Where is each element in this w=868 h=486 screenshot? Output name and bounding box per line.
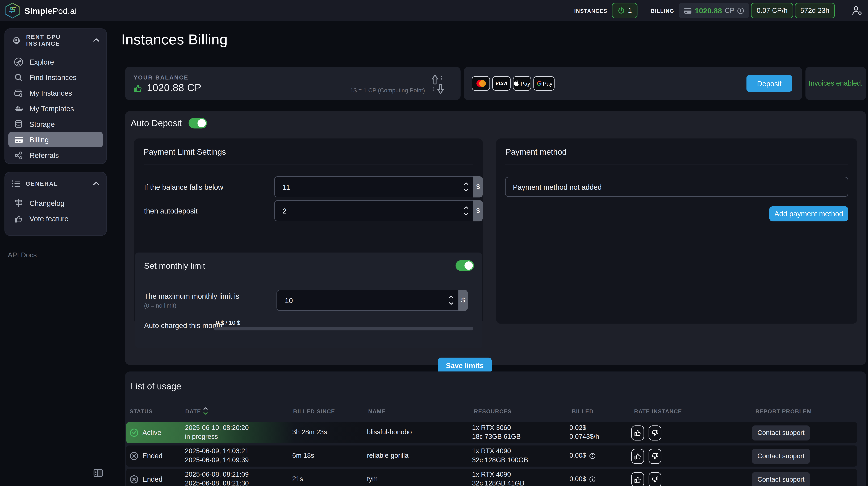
rate-up-button[interactable] <box>631 425 644 440</box>
auto-deposit-toggle[interactable] <box>188 118 207 128</box>
time-left-badge[interactable]: 572d 23h <box>795 3 835 19</box>
monthly-limit-toggle[interactable] <box>456 260 474 271</box>
deposit-button[interactable]: Deposit <box>746 75 792 92</box>
sidebar-item-storage[interactable]: Storage <box>8 116 103 132</box>
sidebar-item-billing[interactable]: Billing <box>8 132 103 148</box>
header-divider <box>843 4 843 17</box>
chevron-up-icon[interactable] <box>93 182 99 186</box>
instances-badge[interactable]: 1 <box>612 3 637 19</box>
balance-threshold-input[interactable] <box>274 176 473 197</box>
stepper-down-icon[interactable] <box>463 188 469 192</box>
stepper-up-icon[interactable] <box>463 182 469 186</box>
sidebar-collapse-icon[interactable] <box>93 469 103 477</box>
usage-row[interactable]: Ended 2025-06-09, 14:03:212025-06-09, 14… <box>126 445 857 466</box>
divider <box>505 165 848 165</box>
chip-icon <box>12 35 21 44</box>
sidebar-item-explore[interactable]: Explore <box>8 54 103 70</box>
autodeposit-amount-input[interactable] <box>274 200 473 221</box>
billed-total: 0.00$ <box>569 452 586 460</box>
col-status[interactable]: STATUS <box>130 408 185 414</box>
sidebar-item-label: Vote feature <box>30 214 69 223</box>
sort-icons <box>203 407 208 415</box>
rate-up-button[interactable] <box>631 449 644 464</box>
api-docs-link[interactable]: API Docs <box>8 251 37 259</box>
mastercard-icon <box>472 76 490 91</box>
balance-thumbs-up-icon <box>133 84 142 93</box>
page-title: Instances Billing <box>121 31 227 48</box>
thumbs-down-icon <box>652 453 659 460</box>
then-autodeposit-label: then autodeposit <box>144 207 197 215</box>
stepper-up-icon[interactable] <box>463 205 469 210</box>
monthly-limit-input[interactable] <box>276 290 458 311</box>
resource-specs: 18c 73GB 61GB <box>472 433 569 442</box>
google-pay-icon: Pay <box>533 76 555 91</box>
usage-title: List of usage <box>131 382 181 392</box>
stepper-down-icon[interactable] <box>463 212 469 216</box>
col-billed[interactable]: BILLED <box>572 408 634 414</box>
sidebar-item-label: Referrals <box>30 151 59 159</box>
add-payment-method-button[interactable]: Add payment method <box>769 206 848 222</box>
sidebar-item-find-instances[interactable]: Find Instances <box>8 70 103 85</box>
payment-method-title: Payment method <box>506 148 567 156</box>
balance-card: YOUR BALANCE 1020.88 CP 1$ = 1 CP (Compu… <box>125 67 461 100</box>
thumbs-down-icon <box>652 476 659 483</box>
balance-falls-below-label: If the balance falls below <box>144 183 223 191</box>
date-end: in progress <box>185 433 292 442</box>
col-resources[interactable]: RESOURCES <box>474 408 572 414</box>
payment-limit-settings-title: Payment Limit Settings <box>144 148 226 156</box>
rate-down-button[interactable] <box>649 472 661 486</box>
chevron-up-icon[interactable] <box>93 38 99 42</box>
sidebar-section-header[interactable]: GENERAL <box>5 175 106 192</box>
col-billed-since[interactable]: BILLED SINCE <box>293 408 368 414</box>
status-active-icon <box>130 428 138 437</box>
burn-rate-badge[interactable]: 0.07 CP/h <box>751 3 793 19</box>
burn-rate-value: 0.07 CP/h <box>756 7 787 14</box>
rate-down-button[interactable] <box>649 425 661 440</box>
apple-pay-icon: Pay <box>513 76 531 91</box>
sidebar-section-title: GENERAL <box>26 180 88 187</box>
rate-up-button[interactable] <box>631 472 644 486</box>
contact-support-button[interactable]: Contact support <box>752 425 810 440</box>
sidebar-item-label: Find Instances <box>30 73 76 82</box>
info-icon <box>589 453 595 459</box>
user-settings-icon[interactable] <box>851 5 863 16</box>
sidebar-item-my-instances[interactable]: My Instances <box>8 85 103 101</box>
usage-row[interactable]: Ended 2025-06-08, 08:21:092025-06-08, 08… <box>126 469 857 486</box>
header-right-cluster: INSTANCES 1 BILLING 1020.88 CP <box>574 3 868 19</box>
resource-gpu: 1x RTX 4090 <box>472 447 569 456</box>
list-icon <box>12 180 21 188</box>
stepper-down-icon[interactable] <box>448 301 454 306</box>
thumbs-up-icon <box>634 429 642 436</box>
col-rate-instance: RATE INSTANCE <box>634 408 755 414</box>
col-date[interactable]: DATE <box>185 407 293 415</box>
date-start: 2025-06-09, 14:03:21 <box>185 447 292 456</box>
telescope-icon <box>14 57 23 66</box>
sidebar-item-my-templates[interactable]: My Templates <box>8 101 103 116</box>
currency-suffix: $ <box>473 176 483 197</box>
billed-total: 0.00$ <box>569 475 586 484</box>
stepper-up-icon[interactable] <box>448 295 454 300</box>
billed-total: 0.02$ <box>569 424 631 433</box>
contact-support-button[interactable]: Contact support <box>752 472 810 486</box>
col-name[interactable]: NAME <box>368 408 474 414</box>
resource-specs: 32c 128GB 41GB <box>472 479 569 486</box>
balance-conversion-note: 1$ = 1 CP (Computing Point) <box>350 87 425 93</box>
thumbs-up-icon <box>14 214 23 223</box>
set-monthly-limit-title: Set monthly limit <box>144 261 205 270</box>
top-header: SimplePod.ai INSTANCES 1 BILLING 1020.88… <box>0 0 868 21</box>
billing-balance-badge[interactable]: 1020.88 CP <box>679 3 749 19</box>
contact-support-button[interactable]: Contact support <box>752 449 810 464</box>
date-start: 2025-06-10, 08:20:20 <box>185 424 292 433</box>
rate-down-button[interactable] <box>649 449 661 464</box>
sidebar-item-vote-feature[interactable]: Vote feature <box>8 211 103 226</box>
sidebar-item-referrals[interactable]: Referrals <box>8 148 103 163</box>
power-icon <box>617 7 625 14</box>
sidebar-section-header[interactable]: RENT GPU INSTANCE <box>5 32 106 48</box>
status-cell: Active <box>130 428 185 437</box>
save-limits-button[interactable]: Save limits <box>438 358 492 373</box>
brand[interactable]: SimplePod.ai <box>0 2 77 19</box>
brand-name: SimplePod.ai <box>25 6 77 15</box>
monthly-progress-bar <box>214 327 473 330</box>
usage-row[interactable]: Active 2025-06-10, 08:20:20in progress 3… <box>126 422 857 443</box>
sidebar-item-changelog[interactable]: Changelog <box>8 195 103 211</box>
